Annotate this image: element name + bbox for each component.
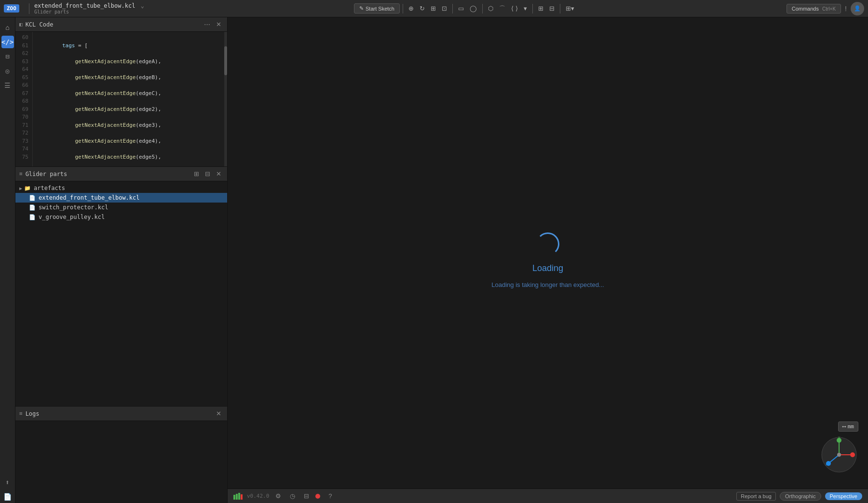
rotate-tool[interactable]: ↻ bbox=[417, 3, 427, 14]
kcl-menu-btn[interactable]: ⋯ bbox=[202, 20, 212, 29]
file-switch-protector[interactable]: 📄 switch_protector.kcl bbox=[15, 203, 227, 212]
units-icon: ⟷ bbox=[842, 423, 846, 430]
app-logo: ZOO bbox=[4, 4, 19, 13]
snap-tools: ⊞▾ bbox=[563, 3, 577, 14]
file-new-btn[interactable]: ⊞ bbox=[192, 169, 201, 178]
mirror-tool[interactable]: ⊡ bbox=[439, 3, 449, 14]
orthographic-button[interactable]: Orthographic bbox=[780, 492, 821, 501]
user-avatar[interactable]: 👤 bbox=[851, 2, 864, 15]
shape-tools: ▭ ◯ bbox=[456, 3, 479, 14]
file-icon-2: 📄 bbox=[29, 204, 36, 211]
toolbar-sep-3 bbox=[482, 4, 483, 14]
sidebar-list-icon[interactable]: ☰ bbox=[1, 79, 14, 92]
layout-icon-btn[interactable]: ⊟ bbox=[301, 491, 312, 501]
sidebar-compass-icon[interactable]: ◎ bbox=[1, 65, 14, 77]
logs-content bbox=[15, 421, 227, 503]
file-panel-icon: ≡ bbox=[19, 171, 23, 177]
file-icon-3: 📄 bbox=[29, 214, 36, 220]
connection-dot bbox=[315, 494, 320, 499]
toolbar-center: ✎ Start Sketch ⊕ ↻ ⊞ ⊡ ▭ ◯ ⬡ ⌒ ⟨ ⟩ ▾ ⊞ ⊟ bbox=[144, 3, 787, 14]
scroll-thumb bbox=[224, 46, 227, 75]
nav-cube[interactable]: Y X Z bbox=[820, 435, 858, 474]
sidebar-import-icon[interactable]: ⬆ bbox=[1, 476, 14, 489]
extrude-tool[interactable]: ⬡ bbox=[486, 3, 496, 14]
logs-close-btn[interactable]: ✕ bbox=[214, 409, 223, 418]
units-badge[interactable]: ⟷ mm bbox=[838, 421, 858, 432]
svg-text:X: X bbox=[852, 454, 854, 457]
toolbar-sep-1 bbox=[403, 4, 403, 14]
svg-rect-11 bbox=[233, 495, 235, 500]
file-name-2: switch_protector.kcl bbox=[39, 204, 108, 211]
view-tool-2[interactable]: ⊟ bbox=[547, 3, 557, 14]
file-folder-btn[interactable]: ⊟ bbox=[203, 169, 212, 178]
commands-button[interactable]: Commands Ctrl+K bbox=[787, 4, 841, 14]
file-name-1: extended_front_tube_elbow.kcl bbox=[39, 194, 140, 201]
subtitle: Glider parts bbox=[34, 9, 144, 14]
file-v-groove[interactable]: 📄 v_groove_pulley.kcl bbox=[15, 212, 227, 222]
sketch-icon: ✎ bbox=[359, 5, 364, 12]
file-extended-front[interactable]: 📄 extended_front_tube_elbow.kcl bbox=[15, 193, 227, 203]
kcl-close-btn[interactable]: ✕ bbox=[214, 20, 223, 29]
sidebar-home-icon[interactable]: ⌂ bbox=[1, 21, 14, 34]
folder-name: artefacts bbox=[34, 185, 65, 191]
file-panel: ≡ Glider parts ⊞ ⊟ ✕ ▶ 📁 artefacts 📄 ext bbox=[15, 167, 227, 407]
main-viewport[interactable]: Loading Loading is taking longer than ex… bbox=[228, 17, 868, 503]
circle-tool[interactable]: ◯ bbox=[467, 3, 479, 14]
report-bug-button[interactable]: Report a bug bbox=[736, 492, 776, 501]
divider bbox=[29, 3, 29, 14]
modify-tools: ⬡ ⌒ ⟨ ⟩ ▾ bbox=[486, 3, 529, 14]
svg-text:Y: Y bbox=[838, 436, 841, 439]
move-tool[interactable]: ⊕ bbox=[406, 3, 416, 14]
file-panel-header: ≡ Glider parts ⊞ ⊟ ✕ bbox=[15, 167, 227, 181]
svg-text:Z: Z bbox=[826, 462, 828, 466]
code-editor[interactable]: 60 61 62 63 64 65 66 67 68 69 70 71 72 7… bbox=[15, 32, 227, 166]
loading-spinner bbox=[536, 232, 559, 256]
loading-text: Loading bbox=[532, 263, 563, 273]
logs-panel-title: Logs bbox=[26, 410, 214, 417]
file-panel-actions: ⊞ ⊟ ✕ bbox=[192, 169, 223, 178]
svg-point-10 bbox=[837, 453, 841, 457]
transform-tools: ⊕ ↻ ⊞ ⊡ bbox=[406, 3, 449, 14]
connection-icon bbox=[233, 493, 243, 500]
code-content: tags = [ getNextAdjacentEdge(edgeA), get… bbox=[33, 32, 224, 166]
rect-tool[interactable]: ▭ bbox=[456, 3, 466, 14]
view-tool-1[interactable]: ⊞ bbox=[536, 3, 546, 14]
file-name-3: v_groove_pulley.kcl bbox=[39, 214, 105, 220]
folder-artefacts[interactable]: ▶ 📁 artefacts bbox=[15, 183, 227, 193]
sidebar-docs-icon[interactable]: 📄 bbox=[1, 490, 14, 503]
logs-panel-icon: ≡ bbox=[19, 410, 23, 417]
svg-rect-14 bbox=[241, 494, 243, 500]
file-panel-title: Glider parts bbox=[26, 171, 192, 177]
logs-panel-actions: ✕ bbox=[214, 409, 223, 418]
help-icon-btn[interactable]: ? bbox=[326, 491, 334, 501]
kcl-panel-title: KCL Code bbox=[26, 21, 202, 28]
units-label: mm bbox=[848, 423, 854, 430]
sidebar-icons: ⌂ </> ⊟ ◎ ☰ ⬆ 📄 bbox=[0, 17, 15, 503]
alert-button[interactable]: ! bbox=[845, 5, 847, 13]
bottom-bar-left: v0.42.0 ⚙ ◷ ⊟ ? bbox=[233, 491, 335, 501]
snap-tool[interactable]: ⊞▾ bbox=[563, 3, 577, 14]
loading-subtitle: Loading is taking longer than expected..… bbox=[491, 281, 604, 288]
loading-container: Loading Loading is taking longer than ex… bbox=[491, 232, 604, 288]
sidebar-layers-icon[interactable]: ⊟ bbox=[1, 50, 14, 63]
start-sketch-button[interactable]: ✎ Start Sketch bbox=[354, 3, 400, 14]
settings-icon-btn[interactable]: ⚙ bbox=[273, 491, 284, 501]
file-tree: ▶ 📁 artefacts 📄 extended_front_tube_elbo… bbox=[15, 181, 227, 406]
scale-tool[interactable]: ⊞ bbox=[428, 3, 438, 14]
kcl-code-panel: ◧ KCL Code ⋯ ✕ 60 61 62 63 64 65 66 67 6… bbox=[15, 17, 227, 167]
clock-icon-btn[interactable]: ◷ bbox=[287, 491, 298, 501]
fillet-tool[interactable]: ⌒ bbox=[497, 3, 508, 14]
sidebar-code-icon[interactable]: </> bbox=[1, 36, 14, 48]
folder-icon: 📁 bbox=[24, 185, 31, 191]
more-tools[interactable]: ▾ bbox=[521, 3, 529, 14]
file-close-btn[interactable]: ✕ bbox=[214, 169, 223, 178]
folder-chevron: ▶ bbox=[19, 186, 22, 191]
top-bar: ZOO extended_front_tube_elbow.kcl ⌄ Glid… bbox=[0, 0, 868, 17]
svg-rect-13 bbox=[238, 493, 240, 500]
scroll-bar[interactable] bbox=[224, 32, 227, 166]
kcl-panel-actions: ⋯ ✕ bbox=[202, 20, 223, 29]
file-title: extended_front_tube_elbow.kcl ⌄ Glider p… bbox=[34, 2, 144, 14]
view-tools: ⊞ ⊟ bbox=[536, 3, 557, 14]
chamfer-tool[interactable]: ⟨ ⟩ bbox=[509, 3, 520, 14]
perspective-button[interactable]: Perspective bbox=[825, 492, 862, 500]
